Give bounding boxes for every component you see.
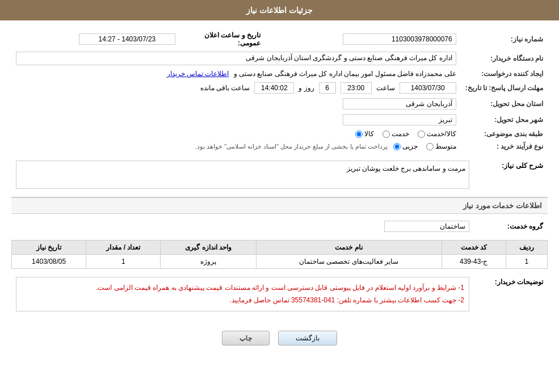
request-number-value: 1103003978000076 [343, 33, 456, 45]
buyer-org-value: اداره کل میراث فرهنگی صنایع دستی و گردشگ… [16, 52, 456, 65]
service-group-label: گروه خدمت: [474, 218, 548, 234]
notes-line: 2- جهت کسب اطلاعات بیشتر با شماره تلفن: … [21, 294, 464, 307]
radio-khedmat[interactable] [383, 130, 390, 138]
col-header-name: نام خدمت [256, 241, 442, 255]
services-section-title: اطلاعات خدمات مورد نیاز [11, 197, 548, 214]
deadline-row: 1403/07/30 ساعت 23:00 6 روز و 14:40:02 س… [16, 82, 456, 94]
creator-value: علی محمدزاده فاضل مسئول امور بیمان اداره… [234, 70, 456, 78]
deadline-remaining: 14:40:02 [254, 82, 294, 94]
purchase-type-row: متوسط جزیی پرداخت تمام یا بخشی از مبلغ خ… [16, 142, 456, 150]
radio-khedmat-label: خدمت [392, 130, 409, 138]
cell-date: 1403/08/05 [12, 255, 86, 269]
cell-code: ج-43-439 [442, 255, 506, 269]
service-group-value: ساختمان [384, 221, 469, 232]
buyer-notes-label: توضیحات خریدار: [474, 275, 548, 319]
page-title: جزئیات اطلاعات نیاز [246, 6, 313, 15]
radio-kala-khedmat-label: کالا/خدمت [427, 130, 456, 138]
radio-motavaset-label: متوسط [435, 142, 456, 150]
purchase-type-note: پرداخت تمام یا بخشی از مبلغ خریداز محل "… [195, 143, 388, 150]
creator-contact-link[interactable]: اطلاعات تماس خریدار [167, 70, 229, 78]
table-row: نام دستگاه خریدار: اداره کل میراث فرهنگی… [11, 49, 548, 68]
delivery-province-label: استان محل تحویل: [461, 96, 548, 112]
service-group-table: گروه خدمت: ساختمان [11, 218, 548, 234]
table-row: گروه خدمت: ساختمان [11, 218, 548, 234]
table-row: مهلت ارسال پاسخ: تا تاریخ: 1403/07/30 سا… [11, 80, 548, 96]
col-header-quantity: تعداد / مقدار [86, 241, 161, 255]
purchase-type-label: نوع فرآیند خرید : [461, 140, 548, 153]
category-radio-group: کالا/خدمت خدمت کالا [355, 130, 456, 138]
col-header-unit: واحد اندازه گیری [161, 241, 256, 255]
cell-name: سایر فعالیت‌های تخصصی ساختمان [256, 255, 442, 269]
radio-jozii-label: جزیی [402, 142, 418, 150]
request-number-label: شماره نیاز: [461, 29, 548, 49]
delivery-province-value: آذربایجان شرقی [343, 98, 456, 109]
deadline-label: مهلت ارسال پاسخ: تا تاریخ: [461, 80, 548, 96]
table-row: توضیحات خریدار: 1- شرایط و برآورد اولیه … [11, 275, 548, 319]
announce-date-value: 1403/07/23 - 14:27 [79, 33, 175, 45]
description-text: مرمت و ساماندهی برج خلعت پوشان تبریز [347, 165, 465, 172]
services-table: ردیف کد خدمت نام خدمت واحد اندازه گیری ت… [11, 240, 548, 269]
table-row: شماره نیاز: 1103003978000076 تاریخ و ساع… [11, 29, 548, 49]
table-row: شرح کلی نیاز: مرمت و ساماندهی برج خلعت پ… [11, 158, 548, 191]
buyer-notes-value: 1- شرایط و برآورد اولیه استعلام در فایل … [16, 277, 469, 311]
deadline-days-label: روز و [299, 84, 314, 92]
table-row: طبقه بندی موضوعی: کالا/خدمت خدمت کالا [11, 128, 548, 140]
cell-unit: پروژه [161, 255, 256, 269]
radio-kala-label: کالا [364, 130, 374, 138]
category-option-kala-khedmat[interactable]: کالا/خدمت [418, 130, 456, 138]
announce-date-label: تاریخ و ساعت اعلان عمومی: [180, 29, 265, 49]
category-label: طبقه بندی موضوعی: [461, 128, 548, 140]
category-option-kala[interactable]: کالا [355, 130, 374, 138]
buttons-row: بازگشت چاپ [11, 325, 548, 351]
deadline-time: 23:00 [341, 82, 372, 94]
category-option-khedmat[interactable]: خدمت [383, 130, 409, 138]
table-row: شهر محل تحویل: تبریز [11, 112, 548, 128]
description-label: شرح کلی نیاز: [474, 158, 548, 191]
radio-kala-khedmat[interactable] [418, 130, 425, 138]
radio-motavaset[interactable] [426, 143, 434, 150]
purchase-type-option-motavaset[interactable]: متوسط [426, 142, 456, 150]
cell-quantity: 1 [86, 255, 161, 269]
radio-jozii[interactable] [393, 143, 401, 150]
col-header-code: کد خدمت [442, 241, 506, 255]
table-row: 1ج-43-439سایر فعالیت‌های تخصصی ساختمانپر… [12, 255, 548, 269]
page-header: جزئیات اطلاعات نیاز [0, 0, 559, 20]
page-container: جزئیات اطلاعات نیاز شماره نیاز: 11030039… [0, 0, 559, 392]
purchase-type-radio-group: متوسط جزیی [393, 142, 456, 150]
description-value: مرمت و ساماندهی برج خلعت پوشان تبریز [16, 161, 469, 189]
table-header-row: ردیف کد خدمت نام خدمت واحد اندازه گیری ت… [12, 241, 548, 255]
buyer-notes-table: توضیحات خریدار: 1- شرایط و برآورد اولیه … [11, 275, 548, 319]
print-button[interactable]: چاپ [222, 331, 270, 345]
table-row: ایجاد کننده درخواست: علی محمدزاده فاضل م… [11, 68, 548, 80]
deadline-days: 6 [319, 82, 336, 94]
back-button[interactable]: بازگشت [278, 331, 337, 345]
description-table: شرح کلی نیاز: مرمت و ساماندهی برج خلعت پ… [11, 158, 548, 191]
col-header-row: ردیف [506, 241, 547, 255]
buyer-org-label: نام دستگاه خریدار: [461, 49, 548, 68]
info-table: شماره نیاز: 1103003978000076 تاریخ و ساع… [11, 29, 548, 153]
radio-kala[interactable] [355, 130, 363, 138]
creator-label: ایجاد کننده درخواست: [461, 68, 548, 80]
notes-line: 1- شرایط و برآورد اولیه استعلام در فایل … [21, 282, 464, 294]
delivery-city-label: شهر محل تحویل: [461, 112, 548, 128]
col-header-date: تاریخ نیاز [12, 241, 86, 255]
deadline-time-label: ساعت [376, 84, 395, 92]
table-row: نوع فرآیند خرید : متوسط جزیی [11, 140, 548, 153]
table-row: استان محل تحویل: آذربایجان شرقی [11, 96, 548, 112]
purchase-type-option-jozii[interactable]: جزیی [393, 142, 418, 150]
cell-row: 1 [506, 255, 547, 269]
deadline-remaining-label: ساعت باقی مانده [200, 84, 250, 92]
main-content: شماره نیاز: 1103003978000076 تاریخ و ساع… [0, 20, 559, 360]
deadline-date: 1403/07/30 [400, 82, 456, 94]
delivery-city-value: تبریز [343, 114, 456, 125]
